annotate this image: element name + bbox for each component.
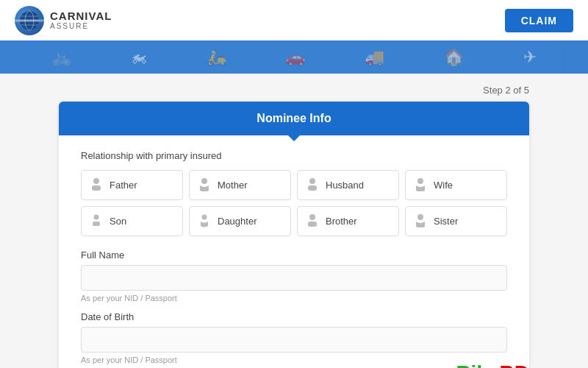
svg-point-11	[94, 215, 99, 220]
banner-home-icon: 🏠	[444, 48, 464, 67]
brother-icon	[305, 213, 320, 230]
logo-globe-icon	[15, 6, 44, 35]
husband-icon	[305, 177, 320, 194]
bikebd-bd-text: BD	[500, 361, 529, 368]
svg-rect-15	[308, 222, 317, 227]
svg-point-14	[309, 214, 315, 220]
logo-assure-text: ASSURE	[50, 22, 112, 30]
svg-point-5	[93, 178, 99, 184]
son-label: Son	[110, 216, 126, 227]
sister-icon	[413, 213, 428, 230]
svg-point-13	[202, 215, 207, 220]
full-name-hint: As per your NID / Passport	[81, 294, 507, 302]
dob-input[interactable]	[81, 327, 507, 353]
mother-icon	[197, 177, 212, 194]
father-icon	[89, 177, 104, 194]
relationship-option-husband[interactable]: Husband	[297, 170, 399, 200]
svg-point-16	[417, 214, 423, 220]
banner-bike-icon: 🚲	[51, 48, 71, 67]
bikebd-bike-text: Bike	[456, 361, 499, 368]
dob-hint: As per your NID / Passport	[81, 355, 507, 364]
relationship-option-brother[interactable]: Brother	[297, 206, 399, 236]
banner-scooter-icon: 🛵	[207, 48, 226, 67]
wife-icon	[413, 177, 428, 194]
main-content: Step 2 of 5 Nominee Info Relationship wi…	[0, 74, 588, 368]
sister-label: Sister	[434, 216, 458, 227]
daughter-icon	[197, 213, 212, 230]
banner-truck-icon: 🚚	[365, 48, 384, 67]
full-name-input[interactable]	[81, 265, 507, 291]
svg-rect-6	[92, 185, 101, 191]
bikebd-watermark: BikeBD	[456, 361, 529, 368]
relationship-option-father[interactable]: Father	[81, 170, 183, 200]
father-label: Father	[110, 180, 137, 191]
husband-label: Husband	[326, 180, 364, 191]
page-header: CARNIVAL ASSURE CLAIM	[0, 0, 588, 40]
svg-point-7	[201, 178, 207, 184]
son-icon	[89, 213, 104, 230]
full-name-label: Full Name	[81, 250, 507, 261]
svg-rect-12	[93, 222, 100, 226]
relationship-option-mother[interactable]: Mother	[189, 170, 291, 200]
logo-carnival-text: CARNIVAL	[50, 10, 112, 23]
relationship-label: Relationship with primary insured	[81, 150, 507, 161]
logo-text: CARNIVAL ASSURE	[50, 10, 112, 31]
dob-label: Date of Birth	[81, 311, 507, 322]
daughter-label: Daughter	[218, 216, 257, 227]
banner-motorcycle-icon: 🏍	[131, 48, 147, 67]
banner-car-icon: 🚗	[285, 48, 305, 67]
relationship-option-sister[interactable]: Sister	[405, 206, 507, 236]
svg-rect-9	[308, 185, 317, 191]
nominee-info-card: Nominee Info Relationship with primary i…	[59, 102, 529, 368]
relationship-option-son[interactable]: Son	[81, 206, 183, 236]
banner-strip: 🚲 🏍 🛵 🚗 🚚 🏠 ✈	[0, 40, 588, 74]
card-body: Relationship with primary insured Father…	[59, 135, 529, 368]
relationship-grid: Father Mother Husband	[81, 170, 507, 236]
card-header: Nominee Info	[59, 102, 529, 135]
card-title: Nominee Info	[257, 112, 331, 124]
relationship-option-wife[interactable]: Wife	[405, 170, 507, 200]
claim-button[interactable]: CLAIM	[505, 9, 573, 32]
wife-label: Wife	[434, 180, 453, 191]
mother-label: Mother	[218, 180, 247, 191]
brother-label: Brother	[326, 216, 357, 227]
svg-point-10	[417, 178, 423, 184]
step-indicator: Step 2 of 5	[59, 85, 529, 96]
banner-plane-icon: ✈	[523, 48, 537, 67]
svg-point-0	[20, 11, 39, 30]
relationship-option-daughter[interactable]: Daughter	[189, 206, 291, 236]
svg-point-8	[309, 178, 315, 184]
logo-area: CARNIVAL ASSURE	[15, 6, 112, 35]
